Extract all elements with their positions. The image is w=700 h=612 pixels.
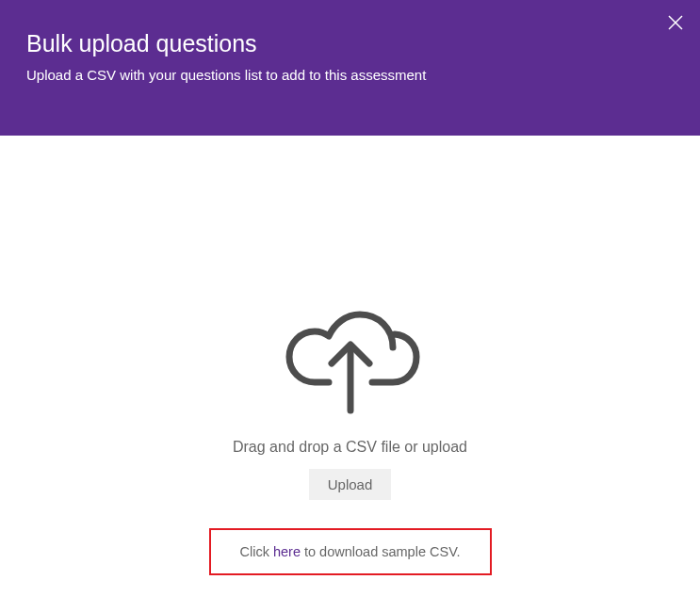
download-sample-box: Click here to download sample CSV. bbox=[209, 528, 492, 575]
download-text-prefix: Click bbox=[239, 544, 272, 559]
download-text-suffix: to download sample CSV. bbox=[301, 544, 461, 559]
dialog-header: Bulk upload questions Upload a CSV with … bbox=[0, 0, 700, 136]
drag-drop-label: Drag and drop a CSV file or upload bbox=[233, 439, 467, 456]
cloud-upload-icon bbox=[270, 296, 431, 422]
close-button[interactable] bbox=[664, 11, 687, 34]
dialog-subtitle: Upload a CSV with your questions list to… bbox=[26, 67, 674, 83]
upload-button[interactable]: Upload bbox=[309, 469, 392, 500]
download-sample-link[interactable]: here bbox=[273, 544, 301, 559]
upload-area[interactable]: Drag and drop a CSV file or upload Uploa… bbox=[0, 136, 700, 575]
dialog-title: Bulk upload questions bbox=[26, 30, 674, 57]
close-icon bbox=[667, 14, 684, 31]
